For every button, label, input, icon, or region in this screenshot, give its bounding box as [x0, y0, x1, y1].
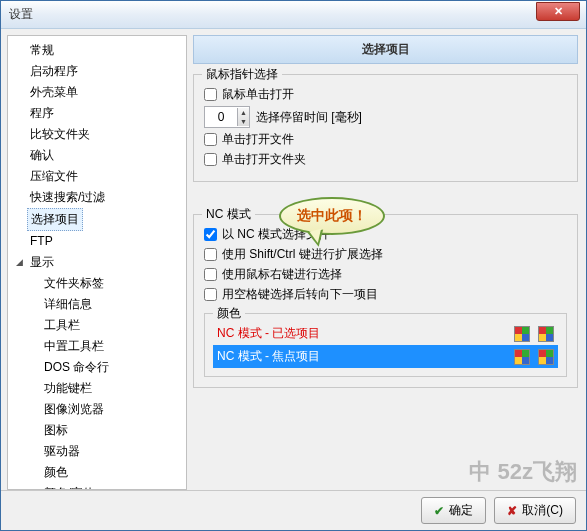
color-swatch-icon[interactable]	[514, 326, 530, 342]
mouse-pointer-group: 鼠标指针选择 鼠标单击打开 ▲ ▼ 选择停留时间 [毫秒]	[193, 74, 578, 182]
color-row-label: NC 模式 - 焦点项目	[217, 348, 506, 365]
chevron-icon	[14, 45, 25, 56]
color-row-label: NC 模式 - 已选项目	[217, 325, 506, 342]
collapse-icon[interactable]: ◢	[14, 257, 25, 268]
color-row-focus-item[interactable]: NC 模式 - 焦点项目	[213, 345, 558, 368]
shift-ctrl-checkbox[interactable]	[204, 248, 217, 261]
tree-item[interactable]: DOS 命令行	[41, 357, 112, 378]
color-subgroup: 颜色 NC 模式 - 已选项目 NC 模式 - 焦点项目	[204, 313, 567, 377]
tree-item[interactable]: 颜色/字体	[41, 483, 98, 490]
open-folder-checkbox[interactable]	[204, 153, 217, 166]
main-panel: 选择项目 鼠标指针选择 鼠标单击打开 ▲ ▼ 选择停留时间 [毫秒]	[193, 35, 578, 490]
tree-item[interactable]: 程序	[27, 103, 57, 124]
tree-item[interactable]: 功能键栏	[41, 378, 95, 399]
right-click-checkbox[interactable]	[204, 268, 217, 281]
single-click-open-checkbox[interactable]	[204, 88, 217, 101]
tree-item[interactable]: 颜色	[41, 462, 71, 483]
tree-item[interactable]: FTP	[27, 231, 56, 252]
tree-item[interactable]: 压缩文件	[27, 166, 81, 187]
settings-window: 设置 ✕ 常规 启动程序 外壳菜单 程序 比较文件夹 确认 压缩文件 快速搜索/…	[0, 0, 587, 531]
tree-item[interactable]: 文件夹标签	[41, 273, 107, 294]
cancel-button[interactable]: ✘ 取消(C)	[494, 497, 576, 524]
color-swatch-icon[interactable]	[538, 349, 554, 365]
tree-item[interactable]: 驱动器	[41, 441, 83, 462]
window-title: 设置	[1, 6, 33, 23]
checkbox-label: 鼠标单击打开	[222, 86, 294, 103]
panel-title: 选择项目	[193, 35, 578, 64]
annotation-callout: 选中此项！	[279, 197, 385, 235]
tree-item[interactable]: 中置工具栏	[41, 336, 107, 357]
x-icon: ✘	[507, 504, 517, 518]
close-icon: ✕	[554, 5, 563, 18]
space-next-checkbox[interactable]	[204, 288, 217, 301]
ok-label: 确定	[449, 502, 473, 519]
ok-button[interactable]: ✔ 确定	[421, 497, 486, 524]
open-file-checkbox[interactable]	[204, 133, 217, 146]
callout-text: 选中此项！	[297, 207, 367, 223]
checkbox-label: 使用 Shift/Ctrl 键进行扩展选择	[222, 246, 383, 263]
tree-item[interactable]: 确认	[27, 145, 57, 166]
group-legend: 鼠标指针选择	[202, 66, 282, 83]
callout-arrow-icon	[308, 230, 327, 249]
content-area: 常规 启动程序 外壳菜单 程序 比较文件夹 确认 压缩文件 快速搜索/过滤 选择…	[1, 29, 586, 490]
tree-item[interactable]: 图像浏览器	[41, 399, 107, 420]
delay-input[interactable]	[205, 110, 237, 124]
spinner-label: 选择停留时间 [毫秒]	[256, 109, 362, 126]
tree-item-selected[interactable]: 选择项目	[27, 208, 83, 231]
color-swatch-icon[interactable]	[538, 326, 554, 342]
nc-mode-group: 选中此项！ NC 模式 以 NC 模式选择文件 使用 Shift/Ctrl 键进…	[193, 214, 578, 388]
checkbox-label: 使用鼠标右键进行选择	[222, 266, 342, 283]
group-legend: 颜色	[213, 305, 245, 322]
delay-spinner[interactable]: ▲ ▼	[204, 106, 250, 128]
color-swatch-icon[interactable]	[514, 349, 530, 365]
tree-item[interactable]: 快速搜索/过滤	[27, 187, 108, 208]
close-button[interactable]: ✕	[536, 2, 580, 21]
dialog-footer: ✔ 确定 ✘ 取消(C)	[1, 490, 586, 530]
tree-item[interactable]: 常规	[27, 40, 57, 61]
checkbox-label: 单击打开文件夹	[222, 151, 306, 168]
nc-select-checkbox[interactable]	[204, 228, 217, 241]
nav-tree[interactable]: 常规 启动程序 外壳菜单 程序 比较文件夹 确认 压缩文件 快速搜索/过滤 选择…	[7, 35, 187, 490]
tree-item[interactable]: 工具栏	[41, 315, 83, 336]
checkbox-label: 用空格键选择后转向下一项目	[222, 286, 378, 303]
tree-item[interactable]: 详细信息	[41, 294, 95, 315]
tree-item[interactable]: 外壳菜单	[27, 82, 81, 103]
group-legend: NC 模式	[202, 206, 255, 223]
color-row-selected-item[interactable]: NC 模式 - 已选项目	[213, 322, 558, 345]
cancel-label: 取消(C)	[522, 502, 563, 519]
spinner-up-icon[interactable]: ▲	[238, 108, 249, 117]
titlebar[interactable]: 设置 ✕	[1, 1, 586, 29]
tree-item[interactable]: 启动程序	[27, 61, 81, 82]
check-icon: ✔	[434, 504, 444, 518]
tree-item[interactable]: 显示	[27, 252, 57, 273]
tree-item[interactable]: 比较文件夹	[27, 124, 93, 145]
spinner-down-icon[interactable]: ▼	[238, 117, 249, 126]
checkbox-label: 单击打开文件	[222, 131, 294, 148]
tree-item[interactable]: 图标	[41, 420, 71, 441]
